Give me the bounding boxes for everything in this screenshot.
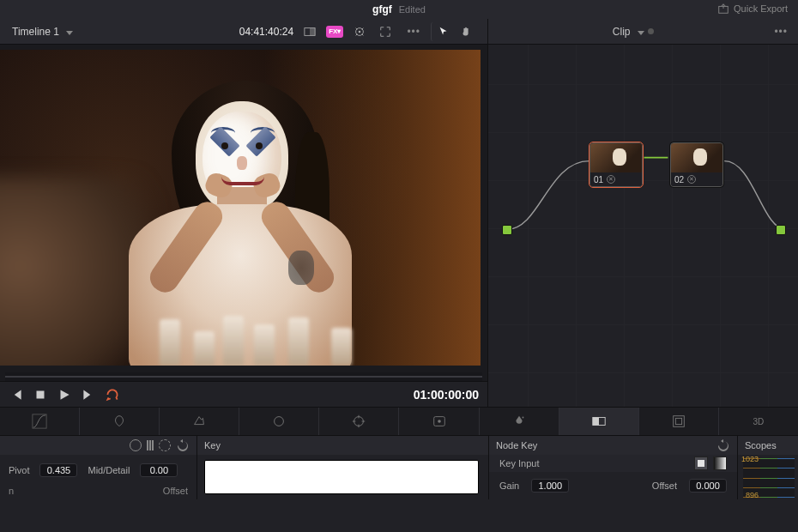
scope-tick: 896: [736, 491, 759, 499]
viewer-header: Timeline 1 04:41:40:24 FX▾ ••• Clip •••: [0, 19, 798, 45]
node-thumbnail: [590, 143, 642, 172]
viewer-panel: 01:00:00:00: [0, 45, 487, 407]
svg-rect-6: [33, 414, 46, 428]
loop-button[interactable]: [105, 387, 120, 402]
chevron-down-icon: [634, 26, 644, 38]
gain-value[interactable]: 1.000: [531, 479, 569, 493]
svg-point-10: [438, 420, 441, 423]
blur-tab[interactable]: [480, 408, 559, 435]
image-wipe-button[interactable]: [300, 22, 319, 41]
key-offset-label: Offset: [652, 481, 677, 491]
alt-mode-icon[interactable]: [159, 439, 171, 451]
title-bar: gfgf Edited Quick Export: [0, 0, 798, 19]
chevron-down-icon: [63, 26, 73, 38]
color-space-icon: ✕: [687, 175, 696, 184]
node-02[interactable]: 02✕: [670, 142, 723, 187]
color-space-icon: ✕: [607, 175, 615, 184]
transport-bar: 01:00:00:00: [0, 381, 487, 407]
key-offset-value[interactable]: 0.000: [689, 479, 727, 493]
clip-enabled-indicator: [648, 28, 654, 34]
highlight-button[interactable]: [350, 22, 369, 41]
edited-indicator: Edited: [399, 4, 426, 15]
tracker-tab[interactable]: [319, 408, 399, 435]
color-warper-tab[interactable]: [80, 408, 160, 435]
header-timecode[interactable]: 04:41:40:24: [239, 26, 293, 38]
mid-detail-value[interactable]: 0.00: [140, 463, 178, 477]
node-key-label: Node Key: [496, 440, 537, 450]
sliders-icon[interactable]: [147, 440, 154, 450]
scopes-panel: Scopes 1023 896: [738, 436, 798, 499]
reset-icon[interactable]: [716, 438, 730, 452]
svg-point-4: [359, 30, 361, 33]
expand-viewer-button[interactable]: [376, 22, 395, 41]
pivot-label: Pivot: [9, 465, 29, 475]
stop-button[interactable]: [33, 387, 48, 402]
node-01[interactable]: 01✕: [589, 142, 643, 187]
key-input-panel: Node Key Key Input Gain 1.000 Offset 0.0…: [489, 436, 738, 499]
magic-mask-tab[interactable]: [399, 408, 479, 435]
viewer-frame[interactable]: [0, 50, 481, 366]
node-number: 02: [674, 175, 684, 184]
gain-label: Gain: [499, 481, 519, 491]
node-panel-options-menu[interactable]: •••: [774, 26, 788, 38]
node-source[interactable]: [502, 225, 512, 235]
play-button[interactable]: [57, 387, 72, 402]
truncated-label-left: n: [9, 486, 14, 496]
matte-gradient-button[interactable]: [713, 456, 727, 470]
node-output[interactable]: [776, 225, 786, 235]
project-name: gfgf: [372, 3, 392, 15]
key-panel-title: Key: [204, 440, 221, 450]
scopes-title: Scopes: [745, 440, 777, 450]
key-panel: Key: [197, 436, 489, 499]
svg-rect-13: [593, 418, 599, 426]
reset-icon[interactable]: [176, 438, 190, 452]
offset-label: Offset: [163, 486, 188, 496]
fx-button[interactable]: FX▾: [326, 26, 343, 38]
next-clip-button[interactable]: [81, 387, 96, 402]
scope-tick: 1023: [736, 455, 759, 463]
3d-tab[interactable]: 3D: [719, 408, 798, 435]
sizing-tab[interactable]: [639, 408, 719, 435]
node-graph-panel[interactable]: 01✕ 02✕: [487, 45, 798, 407]
prev-clip-button[interactable]: [9, 387, 24, 402]
node-mode-dropdown[interactable]: Clip: [613, 26, 654, 38]
window-tab[interactable]: [239, 408, 319, 435]
curves-controls-panel: Pivot 0.435 Mid/Detail 0.00 n Offset: [0, 436, 197, 499]
svg-rect-15: [675, 418, 681, 424]
pivot-value[interactable]: 0.435: [39, 463, 77, 477]
quick-export-button[interactable]: Quick Export: [717, 3, 788, 15]
palette-toolstrip: 3D: [0, 407, 798, 436]
matte-view-button[interactable]: [694, 456, 708, 470]
key-tab[interactable]: [559, 408, 639, 435]
hand-tool[interactable]: [456, 22, 475, 41]
mid-detail-label: Mid/Detail: [88, 465, 130, 475]
svg-rect-5: [37, 390, 45, 398]
svg-point-11: [522, 417, 523, 419]
viewer-options-menu[interactable]: •••: [407, 26, 420, 38]
key-input-title: Key Input: [499, 458, 539, 469]
export-icon: [717, 3, 729, 15]
viewer-scrubber[interactable]: [5, 372, 482, 381]
soft-clip-icon[interactable]: [130, 439, 142, 451]
svg-rect-2: [310, 27, 315, 35]
svg-rect-14: [673, 416, 684, 427]
qualifier-tab[interactable]: [160, 408, 239, 435]
curves-tab[interactable]: [0, 408, 80, 435]
timeline-dropdown[interactable]: Timeline 1: [12, 26, 73, 38]
pointer-tool[interactable]: [431, 22, 450, 41]
node-thumbnail: [671, 143, 722, 172]
key-preview[interactable]: [204, 460, 479, 494]
transport-timecode[interactable]: 01:00:00:00: [414, 388, 479, 402]
svg-point-7: [275, 417, 284, 426]
node-number: 01: [594, 175, 603, 184]
